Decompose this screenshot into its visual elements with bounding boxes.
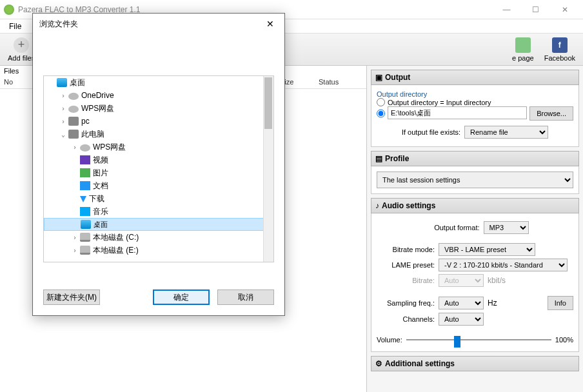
lame-select[interactable]: -V 2 : 170-210 kbit/s - Standard [439,259,568,271]
info-button[interactable]: Info [548,296,573,310]
tree-item[interactable]: 桌面 [44,76,273,89]
bitrate-unit: kbit/s [488,276,506,285]
additional-header: ⚙ Additional settings [371,356,579,371]
cloud-icon [80,142,90,152]
tree-item-label: 本地磁盘 (E:) [93,245,139,256]
tree-item-label: 视频 [93,155,108,166]
tree-item-label: 桌面 [94,220,108,230]
tree-item[interactable]: ›WPS网盘 [44,102,273,115]
profile-header-label: Profile [385,154,409,163]
tree-item-label: 下载 [89,193,104,204]
col-status[interactable]: Status [315,78,366,86]
gear-icon: ⚙ [375,359,382,368]
ok-button[interactable]: 确定 [153,289,210,305]
radio-custom-dir[interactable] [377,106,385,121]
tree-item[interactable]: ›WPS网盘 [44,141,273,153]
expander-icon[interactable]: ⌄ [58,131,68,138]
tree-item-label: 桌面 [70,77,85,88]
tree-item-label: pc [81,117,90,126]
bitrate-mode-label: Bitrate mode: [377,246,435,253]
note-icon: ♪ [375,201,379,210]
app-icon [4,5,14,15]
bitrate-mode-select[interactable]: VBR - LAME preset [439,243,535,256]
expander-icon[interactable]: › [58,118,68,125]
new-folder-button[interactable]: 新建文件夹(M) [43,289,100,305]
desktop-icon [57,78,67,87]
dialog-close-button[interactable]: ✕ [262,16,278,32]
tree-item[interactable]: 下载 [44,192,273,205]
close-button[interactable]: ✕ [550,0,579,19]
tree-item[interactable]: ›本地磁盘 (E:) [44,244,273,257]
expander-icon[interactable]: › [70,144,80,151]
col-no[interactable]: No [0,78,19,86]
maximize-button[interactable]: ☐ [521,0,550,19]
tree-item[interactable]: ›pc [44,115,273,128]
settings-panel: ▣ Output Output directory Output directo… [367,66,583,392]
audio-header-label: Audio settings [382,201,435,210]
doc-icon [80,181,90,190]
tree-item-label: 文档 [93,181,108,191]
tree-item-label: OneDrive [81,91,114,100]
add-files-label: Add files [8,54,35,62]
tree-item-label: WPS网盘 [81,103,114,114]
channels-select[interactable]: Auto [439,313,484,326]
format-select[interactable]: MP3 [484,221,529,234]
tree-item[interactable]: 图片 [44,166,273,179]
tree-item[interactable]: 音乐 [44,205,273,218]
bitrate-label: Bitrate: [377,277,435,284]
down-icon [80,196,86,202]
volume-label: Volume: [377,336,402,344]
tree-item[interactable]: 文档 [44,179,273,192]
pic-icon [80,168,90,177]
dialog-title: 浏览文件夹 [39,19,262,30]
output-dir-group: Output directory [377,90,573,98]
homepage-button[interactable]: e page [507,36,539,63]
sampling-select[interactable]: Auto [439,297,484,309]
tree-item[interactable]: ›本地磁盘 (C:) [44,231,273,244]
browse-folder-dialog: 浏览文件夹 ✕ 桌面›OneDrive›WPS网盘›pc⌄此电脑›WPS网盘视频… [32,13,285,316]
if-exists-select[interactable]: Rename file [464,126,548,139]
pc-icon [68,117,79,126]
output-path-input[interactable] [388,106,527,119]
radio-same-as-input[interactable] [377,98,385,106]
facebook-button[interactable]: f Facebook [539,36,580,63]
output-header: ▣ Output [371,70,579,85]
cancel-button[interactable]: 取消 [217,289,274,305]
tree-item-label: 此电脑 [81,129,104,140]
home-icon [515,37,531,53]
profile-select[interactable]: The last session settings [377,172,573,188]
tree-item-label: 本地磁盘 (C:) [93,232,139,243]
minimize-button[interactable]: — [492,0,521,19]
tree-scrollbar[interactable] [263,76,273,262]
tree-item[interactable]: ›OneDrive [44,89,273,102]
bitrate-select: Auto [439,274,484,287]
tree-item[interactable]: 视频 [44,153,273,166]
lame-label: LAME preset: [377,261,435,269]
expander-icon[interactable]: › [70,234,80,241]
sampling-unit: Hz [488,299,497,308]
dialog-titlebar: 浏览文件夹 ✕ [33,14,284,34]
disk-icon [80,246,90,255]
cloud-icon [68,104,79,113]
browse-button[interactable]: Browse... [529,106,573,121]
audio-header: ♪ Audio settings [371,198,579,213]
volume-slider[interactable] [406,333,551,346]
disk-icon [80,233,90,242]
expander-icon[interactable]: › [58,92,68,99]
cloud-icon [68,91,79,100]
facebook-label: Facebook [544,54,575,62]
music-icon [80,207,90,216]
facebook-icon: f [552,37,568,53]
folder-tree[interactable]: 桌面›OneDrive›WPS网盘›pc⌄此电脑›WPS网盘视频图片文档下载音乐… [43,75,274,262]
profile-icon: ▤ [375,154,382,163]
pc-icon [68,130,79,139]
tree-item-label: 音乐 [93,206,108,217]
tree-item[interactable]: 桌面 [44,218,273,231]
additional-header-label: Additional settings [385,359,455,368]
expander-icon[interactable]: › [58,105,68,112]
expander-icon[interactable]: › [70,247,80,254]
menu-file[interactable]: File [4,21,26,32]
desktop-icon [81,220,91,229]
tree-item[interactable]: ⌄此电脑 [44,128,273,141]
sampling-label: Sampling freq.: [377,299,435,307]
